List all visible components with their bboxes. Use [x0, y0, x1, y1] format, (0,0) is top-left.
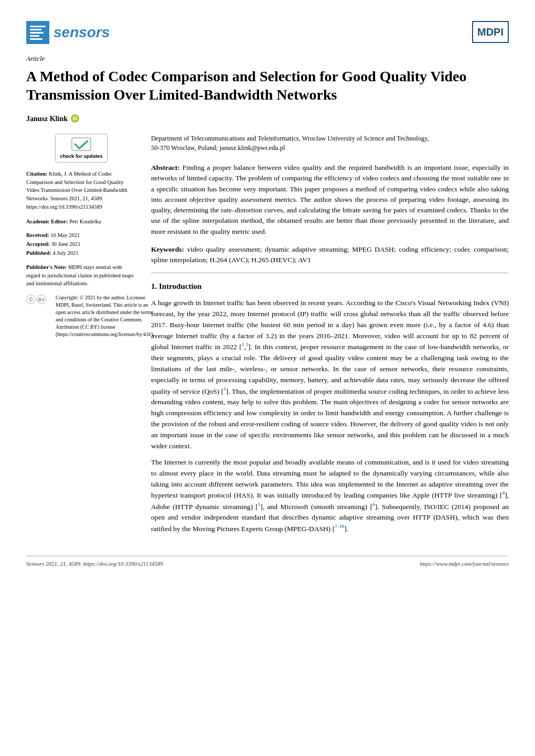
footer-left: Sensors 2021, 21, 4589. https://doi.org/… [26, 559, 163, 568]
received-label: Received: [26, 232, 49, 238]
ref-3[interactable]: 3 [223, 386, 226, 392]
article-title: A Method of Codec Comparison and Selecti… [26, 67, 509, 104]
abstract-label: Abstract: [151, 164, 180, 171]
svg-rect-3 [30, 32, 44, 34]
dates-block: Received: 10 May 2021 Accepted: 30 June … [26, 231, 136, 257]
svg-text:BY: BY [38, 297, 45, 303]
author-name: Janusz Klink [26, 113, 68, 124]
keywords-label: Keywords: [151, 245, 184, 253]
accepted-label: Accepted: [26, 241, 50, 247]
page-footer: Sensors 2021, 21, 4589. https://doi.org/… [26, 556, 509, 568]
academic-editor-label: Academic Editor: [26, 219, 68, 224]
affiliation-line2: 50-370 Wroclaw, Poland; janusz.klink@pwr… [151, 144, 285, 152]
right-column: Department of Telecommunications and Tel… [151, 134, 509, 540]
academic-editor-name: Petr Koudelka [69, 219, 101, 224]
authors: Janusz Klink iD [26, 113, 509, 124]
abstract-block: Abstract: Finding a proper balance betwe… [151, 163, 509, 237]
mdpi-logo[interactable]: MDPI [472, 21, 509, 43]
sensors-logo-text: sensors [54, 21, 110, 44]
accepted-date: 30 June 2021 [51, 241, 81, 247]
ref-7-10[interactable]: 7–10 [335, 524, 344, 529]
svg-rect-1 [30, 26, 46, 27]
intro-heading: 1. Introduction [151, 280, 509, 293]
publisher-note-label: Publisher's Note: [26, 264, 67, 270]
footer-right: https://www.mdpi.com/journal/sensors [420, 559, 509, 568]
ref-5[interactable]: 5 [258, 502, 261, 507]
sensors-logo[interactable]: sensors [26, 21, 110, 44]
left-column: check for updates Citation: Klink, J. A … [26, 134, 136, 540]
orcid-icon[interactable]: iD [71, 114, 79, 123]
affiliation-line1: Department of Telecommunications and Tel… [151, 135, 429, 142]
svg-text:©: © [29, 297, 33, 303]
published-label: Published: [26, 250, 51, 256]
page-header: sensors MDPI [26, 21, 509, 44]
ref-6[interactable]: 6 [372, 502, 375, 507]
ref-2[interactable]: 2 [246, 342, 249, 347]
keywords-block: Keywords: video quality assessment; dyna… [151, 244, 509, 266]
academic-editor-block: Academic Editor: Petr Koudelka [26, 218, 136, 226]
check-updates-icon [71, 137, 92, 152]
svg-rect-2 [30, 29, 41, 30]
svg-rect-4 [30, 35, 39, 37]
publisher-note: Publisher's Note: MDPI stays neutral wit… [26, 263, 136, 288]
article-label: Article [26, 53, 509, 64]
check-updates-text: check for updates [60, 153, 102, 159]
affiliation-block: Department of Telecommunications and Tel… [151, 134, 509, 154]
received-date: 10 May 2021 [50, 232, 80, 238]
citation-block: Citation: Klink, J. A Method of Codec Co… [26, 170, 136, 211]
intro-para2: The Internet is currently the most popul… [151, 457, 509, 535]
cc-block: © BY Copyright: © 2021 by the author. Li… [26, 294, 136, 338]
ref-1[interactable]: 1 [242, 342, 244, 347]
published-date: 4 July 2021 [52, 250, 78, 256]
ref-4[interactable]: 4 [502, 490, 505, 495]
keywords-text: Keywords: video quality assessment; dyna… [151, 244, 509, 266]
cc-icon: © BY [26, 295, 51, 304]
abstract-text: Abstract: Finding a proper balance betwe… [151, 163, 509, 237]
intro-para1: A huge growth in Internet traffic has be… [151, 298, 509, 452]
sensors-logo-icon [26, 21, 49, 44]
check-updates-badge[interactable]: check for updates [26, 134, 136, 163]
svg-rect-5 [30, 38, 42, 40]
citation-label: Citation: [26, 171, 47, 177]
copyright-text: Copyright: © 2021 by the author. License… [56, 294, 154, 338]
section-divider [151, 273, 509, 273]
